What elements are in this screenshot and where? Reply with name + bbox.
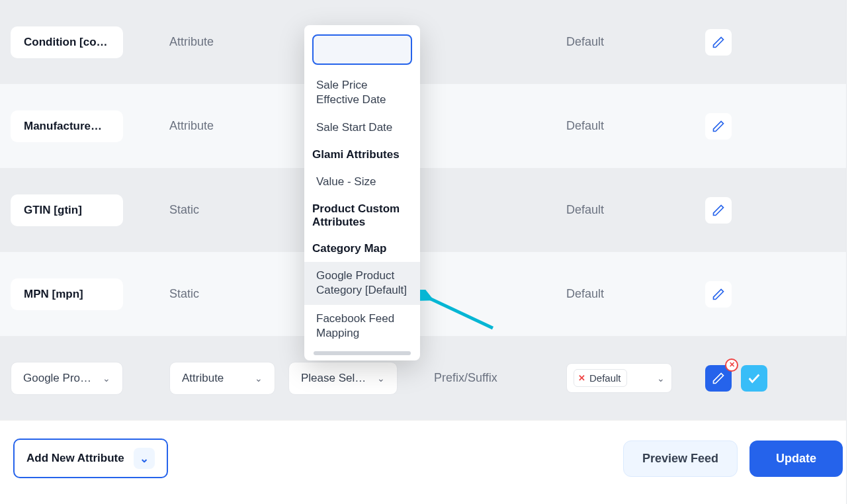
attribute-label-pill: Manufacture… xyxy=(11,110,123,142)
dropdown-option[interactable]: Sale Start Date xyxy=(304,114,420,142)
pencil-icon xyxy=(712,36,725,49)
attribute-label-pill: GTIN [gtin] xyxy=(11,194,123,226)
remove-tag-icon[interactable]: ✕ xyxy=(578,373,585,383)
dropdown-group-header: Glami Attributes xyxy=(304,142,420,168)
right-border xyxy=(847,0,856,504)
scrollbar-indicator xyxy=(314,351,411,355)
dropdown-list[interactable]: Sale Price Effective Date Sale Start Dat… xyxy=(304,71,420,347)
output-tag-chip[interactable]: ✕ Default xyxy=(574,369,627,387)
attribute-label-pill: Condition [co… xyxy=(11,26,123,58)
footer-bar: Add New Attribute ⌄ Preview Feed Update xyxy=(0,420,856,496)
attribute-type: Attribute xyxy=(143,35,288,49)
attribute-label-pill: MPN [mpn] xyxy=(11,278,123,310)
value-dropdown-popup: Sale Price Effective Date Sale Start Dat… xyxy=(304,25,420,360)
chevron-down-icon: ⌄ xyxy=(103,373,110,384)
output-type: Default xyxy=(566,119,705,133)
check-icon xyxy=(747,371,761,386)
dropdown-option-highlighted[interactable]: Google Product Category [Default] xyxy=(304,262,420,304)
attribute-table: Condition [co… Attribute Default Manufac… xyxy=(0,0,856,420)
output-type: Default xyxy=(566,35,705,49)
table-row: Condition [co… Attribute Default xyxy=(0,0,856,84)
pencil-icon xyxy=(712,288,725,301)
update-button[interactable]: Update xyxy=(749,441,843,477)
chevron-down-icon: ⌄ xyxy=(134,448,155,469)
chevron-down-icon: ⌄ xyxy=(255,373,263,384)
edit-button[interactable] xyxy=(705,29,732,56)
value-select[interactable]: Please Sele… ⌄ xyxy=(288,362,398,395)
chevron-down-icon: ⌄ xyxy=(657,373,665,384)
add-new-attribute-button[interactable]: Add New Attribute ⌄ xyxy=(13,439,168,478)
attribute-select[interactable]: Google Pro… ⌄ xyxy=(11,362,123,395)
dropdown-option[interactable]: Facebook Feed Mapping xyxy=(304,305,420,347)
edit-button[interactable] xyxy=(705,281,732,308)
chevron-down-icon: ⌄ xyxy=(377,373,385,384)
table-row: MPN [mpn] Static Default xyxy=(0,252,856,336)
pencil-icon xyxy=(712,372,725,385)
output-type: Default xyxy=(566,287,705,301)
table-row: Manufacture… Attribute Default xyxy=(0,84,856,168)
output-type: Default xyxy=(566,203,705,217)
attribute-type: Static xyxy=(143,203,288,217)
output-tag-select[interactable]: ✕ Default ⌄ xyxy=(566,363,672,393)
dropdown-search-input[interactable] xyxy=(312,34,412,65)
dropdown-group-header: Category Map xyxy=(304,235,420,262)
dropdown-option[interactable]: Sale Price Effective Date xyxy=(304,71,420,114)
attribute-type: Attribute xyxy=(143,119,288,133)
dropdown-group-header: Product Custom Attributes xyxy=(304,196,420,235)
table-row-editing: Google Pro… ⌄ Attribute ⌄ Please Sele… ⌄… xyxy=(0,336,856,420)
attribute-type: Static xyxy=(143,287,288,301)
preview-feed-button[interactable]: Preview Feed xyxy=(623,441,738,477)
table-row: GTIN [gtin] Static Default xyxy=(0,168,856,252)
confirm-button[interactable] xyxy=(741,365,767,392)
dropdown-option[interactable]: Value - Size xyxy=(304,168,420,196)
pencil-icon xyxy=(712,120,725,133)
close-icon[interactable]: ✕ xyxy=(725,358,738,372)
pencil-icon xyxy=(712,204,725,217)
type-select[interactable]: Attribute ⌄ xyxy=(169,362,275,395)
edit-button[interactable] xyxy=(705,113,732,140)
edit-button[interactable] xyxy=(705,197,732,224)
prefix-suffix-label: Prefix/Suffix xyxy=(421,371,566,385)
